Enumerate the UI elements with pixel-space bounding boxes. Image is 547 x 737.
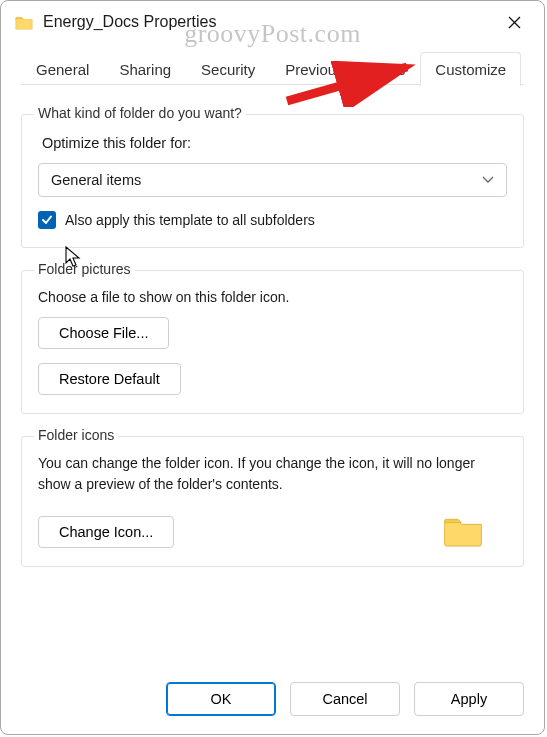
checkmark-icon: [41, 214, 53, 226]
group-folder-type-legend: What kind of folder do you want?: [34, 105, 246, 121]
window-title: Energy_Docs Properties: [43, 13, 496, 31]
tab-strip: General Sharing Security Previous Versio…: [1, 51, 544, 86]
ok-button[interactable]: OK: [166, 682, 276, 716]
folder-icons-desc: You can change the folder icon. If you c…: [38, 453, 507, 494]
optimize-dropdown[interactable]: General items: [38, 163, 507, 197]
apply-button[interactable]: Apply: [414, 682, 524, 716]
folder-pictures-desc: Choose a file to show on this folder ico…: [38, 287, 507, 307]
apply-subfolders-label: Also apply this template to all subfolde…: [65, 212, 315, 228]
group-folder-icons-legend: Folder icons: [34, 427, 118, 443]
restore-default-button[interactable]: Restore Default: [38, 363, 181, 395]
change-icon-button[interactable]: Change Icon...: [38, 516, 174, 548]
close-button[interactable]: [496, 7, 532, 37]
folder-preview-icon: [443, 514, 483, 548]
optimize-label: Optimize this folder for:: [42, 135, 507, 151]
group-folder-pictures-legend: Folder pictures: [34, 261, 135, 277]
group-folder-type: What kind of folder do you want? Optimiz…: [21, 114, 524, 248]
group-folder-icons: Folder icons You can change the folder i…: [21, 436, 524, 567]
tab-customize[interactable]: Customize: [420, 52, 521, 86]
apply-subfolders-checkbox[interactable]: [38, 211, 56, 229]
choose-file-button[interactable]: Choose File...: [38, 317, 169, 349]
folder-icon: [15, 15, 33, 30]
cancel-button[interactable]: Cancel: [290, 682, 400, 716]
titlebar: Energy_Docs Properties: [1, 1, 544, 43]
chevron-down-icon: [482, 173, 494, 187]
tab-sharing[interactable]: Sharing: [104, 52, 186, 86]
optimize-dropdown-value: General items: [51, 172, 141, 188]
dialog-footer: OK Cancel Apply: [166, 682, 524, 716]
tab-security[interactable]: Security: [186, 52, 270, 86]
close-icon: [508, 16, 521, 29]
tab-previous-versions[interactable]: Previous Versions: [270, 52, 420, 86]
group-folder-pictures: Folder pictures Choose a file to show on…: [21, 270, 524, 414]
tab-general[interactable]: General: [21, 52, 104, 86]
